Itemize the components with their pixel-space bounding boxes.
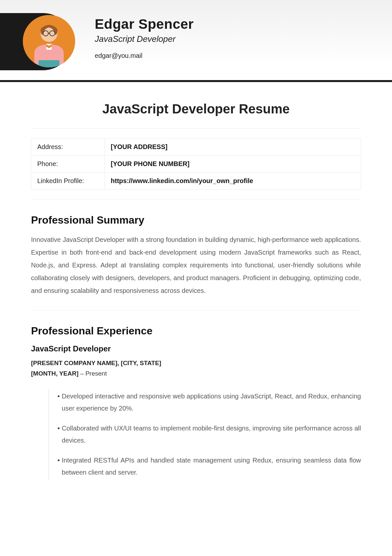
- avatar: [23, 15, 75, 67]
- table-row: LinkedIn Profile: https://www.linkedin.c…: [31, 173, 361, 190]
- table-row: Phone: [YOUR PHONE NUMBER]: [31, 156, 361, 173]
- summary-text: Innovative JavaScript Developer with a s…: [31, 233, 361, 297]
- person-email: edgar@you.mail: [95, 52, 194, 59]
- header: Edgar Spencer JavaScript Developer edgar…: [0, 0, 392, 70]
- summary-heading: Professional Summary: [31, 214, 361, 226]
- avatar-container: [0, 13, 82, 70]
- info-value: [YOUR ADDRESS]: [105, 139, 361, 156]
- job-company-line: [PRESENT COMPANY NAME], [CITY, STATE]: [31, 358, 361, 368]
- info-value: https://www.linkedin.com/in/your_own_pro…: [105, 173, 361, 190]
- section-divider: [31, 310, 361, 311]
- content: JavaScript Developer Resume Address: [YO…: [0, 82, 392, 480]
- info-label: LinkedIn Profile:: [31, 173, 105, 190]
- table-row: Address: [YOUR ADDRESS]: [31, 139, 361, 156]
- avatar-person-icon: [23, 15, 75, 67]
- person-role: JavaScript Developer: [95, 34, 194, 44]
- person-name: Edgar Spencer: [95, 16, 194, 32]
- bullet-text: Integrated RESTful APIs and handled stat…: [62, 454, 361, 479]
- list-item: • Collaborated with UX/UI teams to imple…: [57, 422, 361, 446]
- job-date-line: [MONTH, YEAR] – Present: [31, 368, 361, 379]
- job-date-start: [MONTH, YEAR]: [31, 370, 78, 377]
- info-label: Address:: [31, 139, 105, 156]
- section-divider: [31, 199, 361, 200]
- job-date-end: – Present: [78, 370, 107, 377]
- bullet-text: Collaborated with UX/UI teams to impleme…: [62, 422, 361, 446]
- title-divider: [31, 128, 361, 128]
- bullet-dot-icon: •: [57, 422, 60, 446]
- info-value: [YOUR PHONE NUMBER]: [105, 156, 361, 173]
- list-item: • Developed interactive and responsive w…: [57, 390, 361, 414]
- experience-heading: Professional Experience: [31, 325, 361, 337]
- header-text: Edgar Spencer JavaScript Developer edgar…: [82, 13, 194, 59]
- job-title: JavaScript Developer: [31, 344, 361, 353]
- list-item: • Integrated RESTful APIs and handled st…: [57, 454, 361, 479]
- bullet-dot-icon: •: [57, 454, 60, 479]
- bullet-dot-icon: •: [57, 390, 60, 414]
- contact-info-table: Address: [YOUR ADDRESS] Phone: [YOUR PHO…: [31, 138, 361, 190]
- bullet-text: Developed interactive and responsive web…: [62, 390, 361, 414]
- info-label: Phone:: [31, 156, 105, 173]
- bullet-list: • Developed interactive and responsive w…: [49, 389, 361, 480]
- svg-rect-6: [39, 60, 59, 67]
- document-title: JavaScript Developer Resume: [31, 102, 361, 116]
- resume-page: Edgar Spencer JavaScript Developer edgar…: [0, 0, 392, 556]
